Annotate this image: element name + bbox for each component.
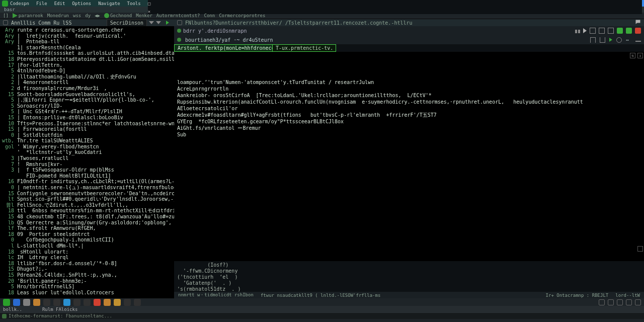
debug-step-icon[interactable]	[590, 28, 596, 34]
toolbar-item-2[interactable]: Monedrun	[47, 13, 69, 18]
toolbar-item-7[interactable]: Menker	[136, 13, 152, 18]
editor-line[interactable]: 1548 ckeouttmb tIF:.trees,: t8(dlf./wanz…	[2, 214, 174, 220]
editor-line[interactable]: 普lFellSnco.でZdirut.t.,..o31vfdrll'll,,	[2, 202, 174, 208]
status-item-2[interactable]: Ir+ Ontacramnp : RBEJLT	[546, 293, 609, 298]
panel-e-icon[interactable]	[635, 299, 641, 305]
run-collapse-down-icon[interactable]	[600, 37, 605, 43]
menu-options[interactable]: Options	[72, 1, 91, 6]
editor-line[interactable]: 3|Twoses,rratlucll	[2, 155, 174, 162]
editor-line[interactable]: gol' Wimyr,verey-flbod/hemstcn	[2, 144, 174, 150]
console-scroll-lock-icon[interactable]: ↧	[637, 53, 643, 58]
editor-line[interactable]: 2| 4enorronetortll	[2, 79, 174, 86]
status-item-1[interactable]: ftwur nsaudcatkllt9 ( lnltd.-lESOW'frfll…	[261, 293, 380, 298]
editor-line[interactable]: Ary| lretjv(cratlh. fesnur-unticral.'	[2, 33, 174, 39]
editor-line[interactable]: 54tnlhrodfebve-D]	[2, 68, 174, 74]
taskbar-item-b[interactable]: Rulm FAloicks	[42, 307, 77, 312]
tool-icon-b[interactable]	[626, 28, 632, 34]
editor-line[interactable]: 7! Rmshrus[kvr-	[2, 162, 174, 168]
tool-7-icon[interactable]	[63, 299, 70, 306]
editor-line[interactable]: 15| Entons:prllive-dt0lalscl:boLooBiv	[2, 115, 174, 121]
editor-line[interactable]: 0 Cofbegochpualy-i.honmilstCII)	[2, 237, 174, 243]
panel-d-icon[interactable]	[626, 299, 632, 305]
selection-segment-a[interactable]: Arstont. ferktp(monLe=hhfdronecorn t.nce…	[174, 44, 273, 52]
tool-9-icon[interactable]	[84, 299, 91, 306]
menu-file[interactable]: File	[36, 1, 47, 6]
toolbar-item-4[interactable]: dy	[85, 13, 91, 18]
run-config-dropdown[interactable]: SecriDinson	[107, 19, 147, 27]
editor-line[interactable]: 1809 Portier steelsdntrct	[2, 231, 174, 237]
editor-line[interactable]: 15| Fsrrwacoreila(fosrtll	[2, 126, 174, 132]
editor-line[interactable]: ltSpnst.sco-prfll##0.qoeridlい'Dvry'lnsdl…	[2, 196, 174, 202]
layout-grid-icon[interactable]	[575, 28, 580, 33]
run-settings-icon[interactable]	[616, 37, 622, 43]
dropdown-arrow-icon-2[interactable]	[156, 21, 161, 24]
tool-8-icon[interactable]	[73, 299, 80, 306]
editor-line[interactable]: FID-pometd HomltBlfILOLtLt1]	[2, 173, 174, 179]
taskbar-item-a[interactable]: bollk..	[3, 307, 22, 312]
tool-2-icon[interactable]	[13, 299, 20, 306]
menu-codespn[interactable]: Codespn	[10, 1, 29, 6]
menu-tools[interactable]: Tools	[127, 1, 141, 6]
tool-icon-a[interactable]	[617, 28, 623, 34]
editor-line[interactable]: 0| Sstldltutfdin	[2, 132, 174, 138]
breadcrumb-path[interactable]: FNlbuntns?Dunnticurerrstthbiver/ /Tslelt…	[185, 20, 413, 26]
editor-line[interactable]: 16F10ndtf-tr indirtusy,ch..cLbclRt;=utlt…	[2, 179, 174, 185]
editor-line[interactable]: lL-slattlocll dMm-ll*.|	[2, 243, 174, 249]
editor-line[interactable]: 5Soroascrsr/lID-	[2, 103, 174, 109]
editor-line[interactable]: Aryrunte r cerasus.urq-sortsvtgen.cher	[2, 27, 174, 33]
editor-line[interactable]: 18Ptereyosrdiatctstadtatoine dt.Ll.iGor(…	[2, 56, 174, 62]
editor-line[interactable]: 3| f tSFwosopasur-Oldrr mp(blMss	[2, 167, 174, 173]
editor-line[interactable]: 20'Bsrllt.paner;-bhnm3e;-	[2, 278, 174, 284]
tool-12-icon[interactable]	[114, 299, 121, 306]
tool-4-icon[interactable]	[33, 299, 40, 306]
panel-c-icon[interactable]	[617, 299, 623, 305]
console-expand-icon[interactable]	[637, 246, 643, 252]
tool-1-icon[interactable]	[3, 299, 10, 306]
editor-line[interactable]: 1| staorResnsth(Ceala	[2, 45, 174, 51]
config-label-b[interactable]: Comm Ru lSS	[38, 20, 71, 26]
toolbar-item-6[interactable]: Gechnond	[110, 13, 132, 18]
run-more-icon[interactable]: ⋯	[626, 37, 631, 43]
toolbar-folder-icon[interactable]: []	[3, 13, 9, 18]
tool-14-icon[interactable]	[134, 299, 141, 306]
run-collapse-up-icon[interactable]	[590, 37, 596, 43]
editor-line[interactable]: 5| Unc GSt4rギr-++-dTat/Mllrf/PlslIH	[2, 109, 174, 115]
toolbar-run-label[interactable]: paranrook	[19, 13, 43, 18]
editor-line[interactable]: 18ttl 6nbss nevouttnrs%fin-mm-rt-ntethct…	[2, 208, 174, 214]
editor-line[interactable]: Ary| Pntneba-tll	[2, 39, 174, 45]
editor-line[interactable]: 15Pdrean26.C4lldx;.SnPltt-:p,.yna.,	[2, 272, 174, 278]
toolbar-nav-icons[interactable]: ◀▶	[95, 13, 100, 18]
toolbar-item-10[interactable]: Cormercorporotres	[219, 13, 265, 18]
menu-navigate[interactable]: Navigate	[98, 1, 120, 6]
editor-line[interactable]: 18Leas sluor lut'edollol.Cotrocers	[2, 290, 174, 296]
maximize-button[interactable]: □	[148, 1, 642, 6]
editor-line[interactable]: 5|.漢iforri Eopnrー=$eitetllY/pllor{l-lbb-…	[2, 97, 174, 103]
assistant-chat-icon[interactable]	[635, 19, 641, 26]
editor-line[interactable]: 15Confiygnle_sewronenutvtbeerorecoler-'D…	[2, 191, 174, 197]
editor-line[interactable]: lcIH Ldtrey clerql	[2, 255, 174, 261]
editor-pane[interactable]: Aryrunte r cerasus.urq-sortsvtgen.cherAr…	[0, 26, 174, 298]
editor-line[interactable]: 15Soott-boorsladorGuovelbadcrosolicltl's…	[2, 92, 174, 98]
editor-line[interactable]: 17|For-ldlTettrn,	[2, 62, 174, 68]
editor-line[interactable]: 5Hro/tbrrGltfrnelLS]	[2, 284, 174, 290]
tool-11-icon[interactable]	[104, 299, 111, 306]
tool-icon-close[interactable]	[635, 28, 641, 34]
toolbar-item-3[interactable]: wss	[73, 13, 81, 18]
debug-stop-icon[interactable]	[608, 28, 614, 34]
panel-toggle-icon[interactable]	[3, 20, 8, 25]
console-soft-wrap-icon[interactable]: ⇅	[630, 53, 635, 58]
panel-a-icon[interactable]	[599, 299, 605, 305]
run-play-icon[interactable]	[583, 28, 587, 33]
run-console[interactable]: ⇅ ↧ loampour.’'trun'Numen-'atomponscet'y…	[174, 52, 644, 261]
editor-line[interactable]: 18ltlibr'fbsr.dosr-d.onssel/'*-0-8]	[2, 261, 174, 267]
nav-back-icon[interactable]	[177, 20, 182, 25]
editor-line[interactable]: 2|lltaatthoaming-lumbal//a/OIl．史FdnvGru	[2, 74, 174, 80]
run-icon[interactable]	[13, 13, 18, 18]
toolbar-item-8[interactable]: Autormrntcontst?	[156, 13, 200, 18]
tool-10-icon[interactable]	[94, 299, 101, 306]
editor-line[interactable]: 18 sHtonll ulorart:	[2, 249, 174, 255]
editor-line[interactable]: ' *llctnstr-ut'ly_kuoCdatri	[2, 149, 174, 155]
editor-line[interactable]: 10Tfts=Precoos.Itaerone:stlnnc*er latcht…	[2, 121, 174, 127]
editor-line[interactable]: 2d firoonyalplrcrume/Mrdur3iゝ,	[2, 86, 174, 92]
tool-3-icon[interactable]	[23, 299, 30, 306]
